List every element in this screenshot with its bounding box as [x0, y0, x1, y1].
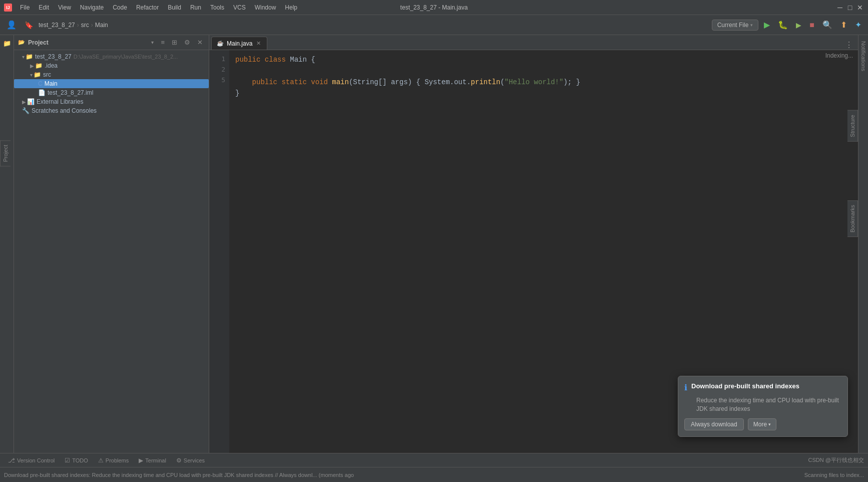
notification-actions: Always download More ▾	[684, 418, 841, 430]
menu-edit[interactable]: Edit	[35, 3, 53, 12]
project-vertical-tab: Project	[0, 140, 11, 166]
close-panel-btn[interactable]: ✕	[195, 38, 205, 47]
breadcrumb: test_23_8_27 › src › Main	[39, 22, 709, 29]
tree-scratches[interactable]: 🔧 Scratches and Consoles	[14, 106, 209, 115]
breadcrumb-main[interactable]: Main	[95, 22, 108, 29]
run-button[interactable]: ▶	[761, 19, 772, 31]
maximize-button[interactable]: □	[846, 4, 854, 12]
collapse-all-btn[interactable]: ≡	[159, 38, 167, 47]
menu-view[interactable]: View	[54, 3, 75, 12]
chevron-down-icon: ▾	[30, 72, 33, 78]
run-coverage-button[interactable]: ▶	[793, 20, 804, 31]
project-panel-header: 📂 Project ▾ ≡ ⊞ ⚙ ✕	[14, 35, 209, 50]
right-sidebar: Notifications	[858, 35, 868, 453]
project-panel-title: Project	[28, 39, 148, 46]
ide-settings-button[interactable]: ✦	[852, 19, 864, 31]
src-folder-icon: 📁	[34, 71, 41, 78]
iml-icon: 📄	[38, 89, 46, 96]
folder-icon: 📁	[26, 53, 33, 60]
line-numbers: 1 2 5	[209, 50, 229, 453]
tree-idea[interactable]: ▶ 📁 .idea	[14, 61, 209, 70]
app-logo: IJ	[4, 4, 12, 12]
expand-all-btn[interactable]: ⊞	[170, 38, 179, 47]
chevron-right-icon: ▶	[22, 99, 26, 105]
menu-run[interactable]: Run	[186, 3, 205, 12]
status-tab-services[interactable]: ⚙ Services	[172, 456, 209, 465]
stop-button[interactable]: ■	[807, 19, 817, 31]
run-config-chevron: ▾	[750, 23, 753, 28]
chevron-down-icon: ▾	[22, 54, 25, 60]
bottom-message: Download pre-built shared indexes: Reduc…	[0, 467, 868, 482]
breadcrumb-project[interactable]: test_23_8_27	[39, 22, 75, 29]
tree-external-label: External Libraries	[37, 98, 83, 105]
menu-navigate[interactable]: Navigate	[76, 3, 108, 12]
window-title: test_23_8_27 - Main.java	[400, 4, 468, 11]
tree-iml[interactable]: 📄 test_23_8_27.iml	[14, 88, 209, 97]
run-config-button[interactable]: Current File ▾	[712, 20, 759, 31]
minimize-button[interactable]: ─	[836, 4, 844, 12]
notifications-panel[interactable]: Notifications	[859, 37, 867, 75]
always-download-button[interactable]: Always download	[684, 418, 744, 430]
tree-main[interactable]: C Main	[14, 79, 209, 88]
vcs-icon: ⎇	[8, 457, 15, 464]
java-class-icon: C	[38, 80, 43, 87]
tree-idea-label: .idea	[45, 62, 58, 69]
tree-root-path: D:\JavaSE_primary\JavaSE\test_23_8_2...	[74, 54, 178, 60]
todo-icon: ☑	[65, 457, 70, 464]
line-num-1: 1	[209, 54, 225, 65]
status-tab-problems[interactable]: ⚠ Problems	[94, 456, 133, 465]
notification-header: ℹ Download pre-built shared indexes	[684, 382, 841, 392]
tree-root[interactable]: ▾ 📁 test_23_8_27 D:\JavaSE_primary\JavaS…	[14, 52, 209, 61]
update-button[interactable]: ⬆	[838, 19, 849, 31]
indexing-status: Indexing...	[825, 52, 853, 59]
project-tab-label[interactable]: Project	[0, 140, 11, 166]
debug-button[interactable]: 🐛	[775, 19, 790, 31]
tree-root-label: test_23_8_27	[35, 53, 72, 60]
menu-file[interactable]: File	[16, 3, 34, 12]
project-sidebar-btn[interactable]: 📁	[1, 37, 13, 49]
menu-code[interactable]: Code	[109, 3, 131, 12]
tree-external-libs[interactable]: ▶ 📊 External Libraries	[14, 97, 209, 106]
scanning-status: Scanning files to index...	[804, 472, 864, 478]
problems-icon: ⚠	[98, 457, 104, 464]
menu-help[interactable]: Help	[281, 3, 301, 12]
editor-tab-main[interactable]: ☕ Main.java ✕	[211, 37, 267, 50]
tab-close-btn[interactable]: ✕	[255, 40, 262, 47]
menu-refactor[interactable]: Refactor	[132, 3, 163, 12]
menu-tools[interactable]: Tools	[206, 3, 228, 12]
menu-vcs[interactable]: VCS	[229, 3, 250, 12]
csdn-watermark: CSDN @平行线也相交	[808, 456, 864, 464]
search-button[interactable]: 🔍	[820, 19, 835, 31]
status-tab-version-control[interactable]: ⎇ Version Control	[4, 456, 59, 465]
status-tab-todo[interactable]: ☑ TODO	[61, 456, 92, 465]
structure-tab[interactable]: Structure	[847, 110, 858, 142]
breadcrumb-src[interactable]: src	[81, 22, 89, 29]
more-chevron-icon: ▾	[768, 422, 771, 427]
bookmarks-tab[interactable]: Bookmarks	[847, 200, 858, 237]
toolbar-bookmark-btn[interactable]: 🔖	[22, 20, 36, 31]
line-num-5: 5	[209, 75, 225, 86]
tree-src[interactable]: ▾ 📁 src	[14, 70, 209, 79]
toolbar: 👤 🔖 test_23_8_27 › src › Main Current Fi…	[0, 15, 868, 35]
tree-iml-label: test_23_8_27.iml	[48, 89, 93, 96]
close-button[interactable]: ✕	[856, 4, 864, 12]
problems-label: Problems	[106, 457, 129, 463]
menu-build[interactable]: Build	[164, 3, 185, 12]
terminal-icon: ▶	[139, 457, 143, 464]
library-icon: 📊	[27, 98, 35, 105]
tab-more-button[interactable]: ⋮	[842, 40, 856, 50]
toolbar-actions: Current File ▾ ▶ 🐛 ▶ ■ 🔍 ⬆ ✦	[712, 19, 864, 31]
left-sidebar: 📁	[0, 35, 14, 453]
toolbar-profile-btn[interactable]: 👤	[4, 19, 19, 31]
status-bar-tabs: ⎇ Version Control ☑ TODO ⚠ Problems ▶ Te…	[4, 456, 209, 465]
settings-btn[interactable]: ⚙	[182, 38, 192, 47]
menu-window[interactable]: Window	[251, 3, 280, 12]
tree-main-label: Main	[45, 80, 58, 87]
more-button[interactable]: More ▾	[748, 418, 776, 430]
status-tab-terminal[interactable]: ▶ Terminal	[135, 456, 170, 465]
chevron-right-icon: ▶	[30, 63, 34, 69]
tab-file-icon: ☕	[217, 40, 224, 47]
window-controls: ─ □ ✕	[836, 4, 864, 12]
vcs-label: Version Control	[17, 457, 55, 463]
run-config-label: Current File	[717, 22, 749, 29]
